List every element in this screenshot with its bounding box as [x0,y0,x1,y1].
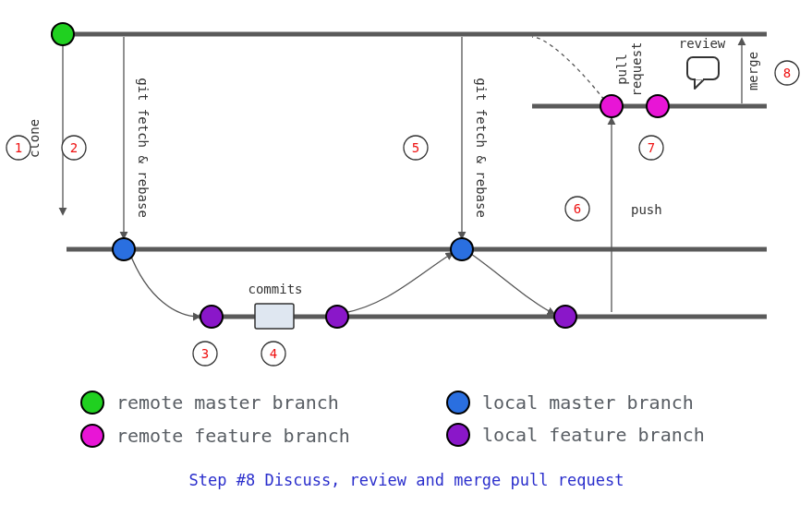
label-pull-2: request [629,42,644,96]
legend-dot-remote-master [81,391,103,414]
arrow-rebase-up [344,253,453,313]
legend-dot-local-feature [447,424,469,446]
label-commits: commits [248,282,302,296]
step-4-num: 4 [270,346,277,361]
label-pull-1: pull [614,54,629,85]
commits-box [255,304,294,329]
node-remote-feature-1 [600,95,623,117]
label-fetch-1: git fetch & rebase [136,78,151,218]
node-remote-master [52,23,74,45]
node-local-feature-1 [200,306,223,328]
node-local-feature-3 [554,306,576,328]
node-remote-feature-2 [647,95,669,117]
review-bubble-icon [687,57,719,89]
legend-dot-local-master [447,391,469,414]
step-7-num: 7 [648,140,655,155]
arrow-branch-feature [129,252,200,317]
svg-rect-0 [687,57,719,79]
step-1-num: 1 [15,140,22,155]
label-merge: merge [745,52,760,90]
step-2-num: 2 [70,140,78,155]
label-push: push [631,202,662,217]
arrow-pull-request [532,37,604,100]
diagram-caption: Step #8 Discuss, review and merge pull r… [189,471,624,489]
legend-remote-feature: remote feature branch [116,425,350,447]
step-8-num: 8 [783,66,791,80]
step-5-num: 5 [412,140,419,155]
step-6-num: 6 [574,201,581,216]
legend-remote-master: remote master branch [116,391,339,414]
legend-local-master: local master branch [482,391,694,414]
legend-local-feature: local feature branch [482,424,705,446]
arrow-rebase-down [471,254,554,314]
node-local-master-2 [451,238,473,260]
step-3-num: 3 [201,346,209,361]
label-review: review [679,36,726,51]
node-local-feature-2 [326,306,348,328]
label-fetch-2: git fetch & rebase [474,78,489,218]
git-workflow-diagram: clone 1 git fetch & rebase 2 3 commits 4… [0,0,812,505]
legend-dot-remote-feature [81,425,103,447]
node-local-master-1 [113,238,135,260]
